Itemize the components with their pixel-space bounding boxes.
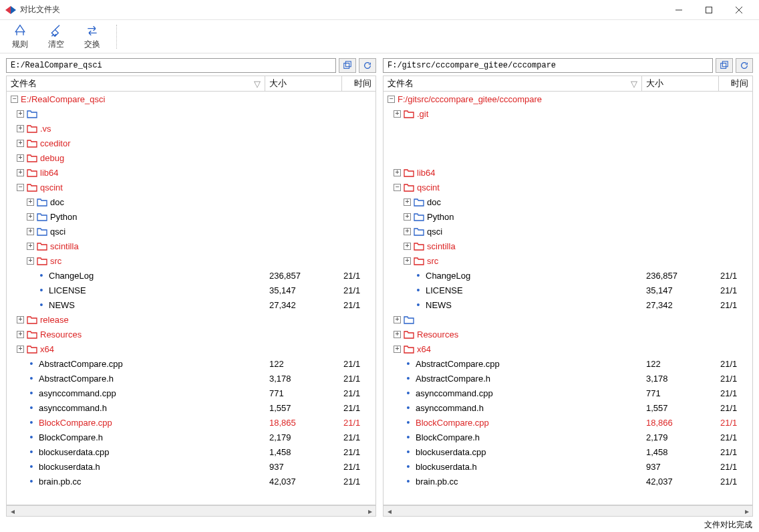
- expander-icon[interactable]: [27, 228, 34, 235]
- swap-button[interactable]: 交换: [79, 23, 106, 50]
- tree-folder[interactable]: Python: [384, 209, 752, 224]
- expander-icon[interactable]: [17, 154, 24, 162]
- tree-file[interactable]: [384, 150, 752, 165]
- tree-folder[interactable]: .git: [384, 106, 752, 121]
- minimize-button[interactable]: [663, 1, 694, 19]
- tree-file[interactable]: •AbstractCompare.cpp12221/1: [384, 356, 752, 371]
- tree-folder[interactable]: Resources: [7, 327, 375, 342]
- tree-folder[interactable]: scintilla: [384, 239, 752, 253]
- tree-file[interactable]: •AbstractCompare.h3,17821/1: [7, 371, 375, 386]
- tree-file[interactable]: [384, 121, 752, 136]
- tree-file[interactable]: •BlockCompare.cpp18,86521/1: [7, 415, 375, 430]
- expander-icon[interactable]: [404, 213, 411, 221]
- expander-icon[interactable]: [17, 125, 24, 132]
- expander-icon[interactable]: [17, 331, 24, 338]
- tree-file[interactable]: •AbstractCompare.cpp12221/1: [7, 356, 375, 371]
- right-tree[interactable]: F:/gitsrc/cccompare_gitee/cccompare.gitl…: [383, 92, 753, 505]
- tree-folder[interactable]: doc: [7, 194, 375, 209]
- tree-file[interactable]: •BlockCompare.cpp18,86621/1: [384, 415, 752, 430]
- left-header-size[interactable]: 大小: [265, 76, 342, 91]
- tree-file[interactable]: •ChangeLog236,85721/1: [384, 268, 752, 283]
- tree-folder[interactable]: Resources: [384, 327, 752, 342]
- expander-icon[interactable]: [17, 346, 24, 353]
- maximize-button[interactable]: [694, 1, 724, 19]
- tree-folder[interactable]: qsci: [384, 224, 752, 239]
- expander-icon[interactable]: [394, 169, 401, 176]
- right-browse-button[interactable]: [716, 58, 733, 73]
- tree-file[interactable]: •asynccommand.cpp77121/1: [384, 386, 752, 400]
- tree-file[interactable]: •LICENSE35,14721/1: [384, 283, 752, 297]
- left-refresh-button[interactable]: [359, 58, 376, 73]
- tree-file[interactable]: •blockuserdata.cpp1,45821/1: [7, 444, 375, 459]
- right-header-time[interactable]: 时间: [719, 76, 752, 91]
- expander-icon[interactable]: [27, 243, 34, 250]
- tree-folder[interactable]: doc: [384, 194, 752, 209]
- left-hscroll[interactable]: ◂ ▸: [6, 505, 376, 517]
- expander-icon[interactable]: [388, 96, 395, 103]
- expander-icon[interactable]: [404, 257, 411, 265]
- left-column-headers[interactable]: 文件名▽ 大小 时间: [6, 76, 376, 92]
- tree-file[interactable]: •asynccommand.cpp77121/1: [7, 386, 375, 400]
- right-header-name[interactable]: 文件名▽: [384, 76, 642, 91]
- tree-folder[interactable]: lib64: [7, 165, 375, 180]
- tree-folder[interactable]: qscint: [7, 180, 375, 194]
- left-tree[interactable]: E:/RealCompare_qsci.vscceditordebuglib64…: [6, 92, 376, 505]
- left-browse-button[interactable]: [339, 58, 356, 73]
- tree-file[interactable]: •AbstractCompare.h3,17821/1: [384, 371, 752, 386]
- tree-file[interactable]: •BlockCompare.h2,17921/1: [7, 430, 375, 444]
- expander-icon[interactable]: [27, 198, 34, 206]
- tree-root[interactable]: E:/RealCompare_qsci: [7, 92, 375, 106]
- right-refresh-button[interactable]: [736, 58, 753, 73]
- expander-icon[interactable]: [404, 243, 411, 250]
- tree-file[interactable]: •ChangeLog236,85721/1: [7, 268, 375, 283]
- tree-root[interactable]: F:/gitsrc/cccompare_gitee/cccompare: [384, 92, 752, 106]
- expander-icon[interactable]: [11, 96, 18, 103]
- expander-icon[interactable]: [17, 169, 24, 176]
- tree-folder[interactable]: qsci: [7, 224, 375, 239]
- tree-file[interactable]: [384, 136, 752, 150]
- tree-file[interactable]: •blockuserdata.h93721/1: [7, 459, 375, 474]
- tree-folder[interactable]: scintilla: [7, 239, 375, 253]
- tree-file[interactable]: •blockuserdata.h93721/1: [384, 459, 752, 474]
- expander-icon[interactable]: [17, 184, 24, 191]
- expander-icon[interactable]: [27, 213, 34, 221]
- tree-file[interactable]: •LICENSE35,14721/1: [7, 283, 375, 297]
- tree-file[interactable]: •asynccommand.h1,55721/1: [7, 400, 375, 415]
- tree-folder[interactable]: x64: [384, 342, 752, 356]
- expander-icon[interactable]: [17, 316, 24, 323]
- tree-folder[interactable]: src: [7, 253, 375, 268]
- scroll-left-icon[interactable]: ◂: [7, 506, 18, 516]
- tree-file[interactable]: •brain.pb.cc42,03721/1: [7, 474, 375, 489]
- tree-folder[interactable]: release: [7, 312, 375, 327]
- tree-file[interactable]: •asynccommand.h1,55721/1: [384, 400, 752, 415]
- clear-button[interactable]: 清空: [43, 23, 69, 50]
- scroll-right-icon[interactable]: ▸: [741, 506, 752, 516]
- scroll-right-icon[interactable]: ▸: [364, 506, 375, 516]
- close-button[interactable]: [724, 1, 754, 19]
- tree-folder[interactable]: lib64: [384, 165, 752, 180]
- expander-icon[interactable]: [17, 140, 24, 147]
- right-column-headers[interactable]: 文件名▽ 大小 时间: [383, 76, 753, 92]
- tree-file[interactable]: •NEWS27,34221/1: [7, 297, 375, 312]
- expander-icon[interactable]: [394, 331, 401, 338]
- rules-button[interactable]: 规则: [7, 23, 33, 50]
- scroll-left-icon[interactable]: ◂: [384, 506, 395, 516]
- tree-file[interactable]: •blockuserdata.cpp1,45821/1: [384, 444, 752, 459]
- tree-folder[interactable]: cceditor: [7, 136, 375, 150]
- tree-folder[interactable]: debug: [7, 150, 375, 165]
- left-path-input[interactable]: [6, 58, 336, 73]
- expander-icon[interactable]: [404, 198, 411, 206]
- left-header-name[interactable]: 文件名▽: [7, 76, 265, 91]
- tree-folder[interactable]: Python: [7, 209, 375, 224]
- expander-icon[interactable]: [17, 110, 24, 118]
- tree-folder[interactable]: qscint: [384, 180, 752, 194]
- tree-folder[interactable]: [7, 106, 375, 121]
- right-path-input[interactable]: [383, 58, 713, 73]
- expander-icon[interactable]: [394, 184, 401, 191]
- tree-file[interactable]: •NEWS27,34221/1: [384, 297, 752, 312]
- expander-icon[interactable]: [27, 257, 34, 265]
- left-header-time[interactable]: 时间: [342, 76, 375, 91]
- tree-folder[interactable]: src: [384, 253, 752, 268]
- tree-folder[interactable]: [384, 312, 752, 327]
- tree-file[interactable]: •brain.pb.cc42,03721/1: [384, 474, 752, 489]
